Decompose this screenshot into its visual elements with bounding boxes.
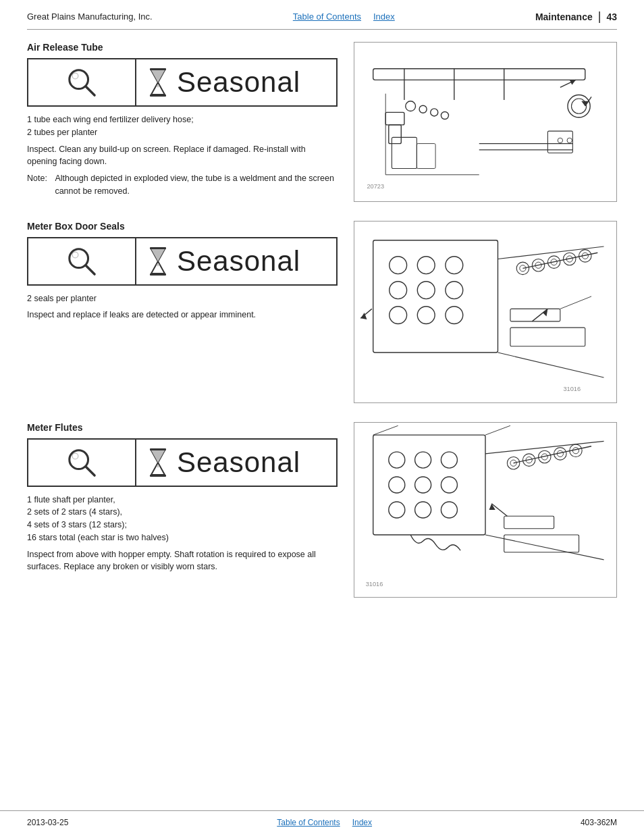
company-name: Great Plains Manufacturing, Inc.	[27, 11, 153, 22]
svg-point-2	[72, 73, 78, 79]
svg-point-38	[390, 306, 407, 323]
svg-rect-62	[510, 309, 560, 321]
svg-marker-28	[581, 101, 589, 106]
magnifier-icon-box-3	[28, 440, 136, 486]
section-title-meter-flutes: Meter Flutes	[27, 422, 338, 433]
seasonal-label-3: Seasonal	[177, 446, 300, 479]
body-text-2-0: 2 seals per planter	[27, 292, 338, 305]
diagram-meter-box: 31016	[354, 221, 617, 403]
diagram-svg-3: 31016	[354, 423, 616, 597]
magnifier-icon-2	[64, 244, 99, 279]
svg-text:31016: 31016	[366, 580, 383, 587]
footer-nav: Table of Contents Index	[277, 818, 372, 827]
section-left-meter-flutes: Meter Flutes	[27, 422, 338, 598]
svg-line-64	[560, 296, 591, 308]
footer: 2013-03-25 Table of Contents Index 403-3…	[0, 810, 644, 834]
svg-point-93	[572, 447, 579, 453]
svg-rect-63	[510, 328, 585, 346]
seasonal-label-1: Seasonal	[177, 66, 300, 99]
section-air-release-tube: Air Release Tube	[27, 42, 617, 202]
magnifier-icon-3	[64, 445, 99, 480]
svg-rect-14	[385, 112, 404, 124]
svg-rect-15	[389, 125, 401, 144]
seasonal-label-2: Seasonal	[177, 245, 300, 278]
magnifier-icon-box	[28, 59, 136, 105]
body-text-3-1: Inspect from above with hopper empty. Sh…	[27, 548, 338, 574]
section-body-air-release: 1 tube each wing end fertilizer delivery…	[27, 113, 338, 198]
svg-point-73	[389, 477, 405, 493]
index-link[interactable]: Index	[373, 11, 395, 22]
svg-point-39	[417, 256, 435, 273]
seasonal-badge-meter-flutes: Seasonal	[27, 438, 338, 487]
svg-point-74	[389, 501, 405, 517]
svg-line-48	[498, 353, 603, 377]
footer-index-link[interactable]: Index	[352, 818, 372, 827]
section-body-meter-box: 2 seals per planter Inspect and replace …	[27, 292, 338, 322]
seasonal-badge-air-release: Seasonal	[27, 58, 338, 107]
section-meter-box-door-seals: Meter Box Door Seals	[27, 221, 617, 403]
svg-point-12	[431, 109, 438, 116]
svg-point-42	[446, 256, 463, 273]
svg-marker-61	[543, 309, 547, 316]
svg-point-44	[446, 306, 463, 323]
body-text-1-1: Inspect. Clean any build-up on screen. R…	[27, 143, 338, 169]
svg-point-36	[390, 256, 407, 273]
svg-line-67	[86, 467, 95, 475]
svg-point-32	[72, 252, 78, 258]
svg-point-13	[441, 111, 448, 119]
svg-point-72	[389, 452, 405, 468]
toc-link[interactable]: Table of Contents	[293, 11, 361, 22]
svg-point-77	[415, 501, 431, 517]
svg-point-78	[441, 452, 457, 468]
diagram-svg-2: 31016	[354, 221, 616, 402]
svg-point-84	[507, 457, 519, 469]
svg-rect-20	[392, 137, 417, 168]
hourglass-icon-2	[147, 246, 169, 276]
svg-point-75	[415, 452, 431, 468]
page: Great Plains Manufacturing, Inc. Table o…	[0, 0, 644, 834]
svg-point-79	[441, 477, 457, 493]
svg-line-95	[485, 534, 604, 559]
section-title-meter-box: Meter Box Door Seals	[27, 221, 338, 232]
svg-point-76	[415, 477, 431, 493]
hourglass-icon-3	[147, 448, 169, 477]
hourglass-icon-1	[147, 68, 169, 97]
body-text-3-0: 1 flute shaft per planter,2 sets of 2 st…	[27, 494, 338, 544]
section-title-air-release: Air Release Tube	[27, 42, 338, 53]
svg-point-11	[419, 105, 427, 113]
body-text-1-0: 1 tube each wing end fertilizer delivery…	[27, 113, 338, 139]
svg-text:20723: 20723	[367, 183, 384, 190]
footer-date: 2013-03-25	[27, 818, 68, 827]
diagram-meter-flutes: 31016	[354, 422, 617, 598]
svg-point-10	[406, 101, 416, 111]
section-label: Maintenance | 43	[535, 9, 617, 24]
svg-rect-5	[373, 69, 585, 80]
section-left-air-release: Air Release Tube	[27, 42, 338, 202]
svg-rect-97	[504, 534, 579, 552]
footer-toc-link[interactable]: Table of Contents	[277, 818, 340, 827]
svg-line-81	[373, 425, 398, 435]
svg-point-68	[72, 453, 78, 459]
svg-line-31	[86, 265, 95, 274]
magnifier-icon	[64, 65, 99, 100]
content-area: Air Release Tube	[0, 30, 644, 598]
seasonal-text-box-2: Seasonal	[136, 238, 336, 284]
diagram-air-release: 20723	[354, 42, 617, 202]
svg-point-80	[441, 501, 457, 517]
svg-point-37	[390, 281, 407, 298]
header-nav: Table of Contents Index	[293, 11, 395, 22]
svg-text:31016: 31016	[563, 386, 581, 392]
section-meter-flutes: Meter Flutes	[27, 422, 617, 598]
svg-point-26	[567, 138, 572, 142]
svg-line-1	[86, 86, 95, 95]
section-left-meter-box: Meter Box Door Seals	[27, 221, 338, 403]
magnifier-icon-box-2	[28, 238, 136, 284]
diagram-svg-1: 20723	[354, 43, 616, 201]
section-body-meter-flutes: 1 flute shaft per planter,2 sets of 2 st…	[27, 494, 338, 574]
body-text-2-1: Inspect and replace if leaks are detecte…	[27, 309, 338, 321]
svg-line-82	[485, 425, 510, 435]
footer-doc-number: 403-362M	[581, 818, 617, 827]
svg-point-25	[558, 138, 562, 142]
seasonal-text-box-3: Seasonal	[136, 440, 336, 486]
svg-point-43	[446, 281, 463, 298]
